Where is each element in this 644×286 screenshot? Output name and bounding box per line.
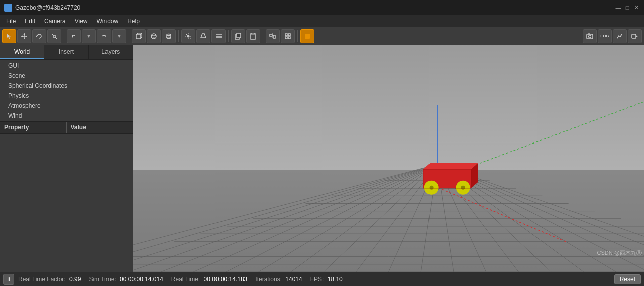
svg-rect-53: [588, 33, 590, 34]
toolbar-right: LOG: [583, 29, 642, 43]
menu-help[interactable]: Help: [123, 17, 144, 26]
tree-item-wind-label: Wind: [8, 112, 22, 119]
rotate-tool-btn[interactable]: [32, 29, 46, 43]
svg-rect-40: [237, 33, 241, 38]
svg-rect-51: [587, 34, 593, 39]
svg-marker-5: [26, 35, 27, 37]
redo-btn[interactable]: [97, 29, 111, 43]
svg-line-34: [186, 38, 187, 39]
menu-file[interactable]: File: [2, 17, 20, 26]
simtime-value: 00 00:00:14.014: [120, 276, 163, 283]
tree-item-scene[interactable]: Scene: [0, 71, 133, 81]
box-btn[interactable]: [132, 29, 146, 43]
svg-line-11: [55, 37, 57, 39]
sidebar-tabs: World Insert Layers: [0, 45, 133, 60]
svg-rect-49: [288, 37, 290, 39]
menu-window[interactable]: Window: [93, 17, 123, 26]
tree-item-physics-label: Physics: [8, 92, 29, 99]
realtime-container: Real Time: 00 00:00:14.183: [171, 276, 247, 283]
maximize-btn[interactable]: □: [624, 4, 631, 11]
sep6: [297, 30, 298, 42]
tree-item-wind[interactable]: Wind: [0, 111, 133, 121]
menu-view[interactable]: View: [71, 17, 92, 26]
titlebar-left: Gazebo@cf943b247720: [4, 4, 80, 12]
paste-btn[interactable]: [246, 29, 260, 43]
svg-rect-47: [288, 34, 290, 36]
tab-world[interactable]: World: [0, 45, 44, 59]
menu-edit[interactable]: Edit: [21, 17, 39, 26]
tab-layers[interactable]: Layers: [89, 45, 133, 59]
minimize-btn[interactable]: —: [615, 4, 622, 11]
scale-tool-btn[interactable]: [47, 29, 61, 43]
tree-item-scene-label: Scene: [8, 72, 25, 79]
pointlight-btn[interactable]: [181, 29, 195, 43]
svg-rect-54: [632, 34, 636, 38]
svg-marker-35: [201, 34, 206, 38]
fps-label: FPS:: [310, 276, 324, 283]
statusbar: ⏸ Real Time Factor: 0.99 Sim Time: 00 00…: [0, 272, 644, 286]
svg-line-31: [186, 34, 187, 35]
simtime-label: Sim Time:: [89, 276, 116, 283]
svg-point-21: [151, 35, 156, 37]
fps-value: 18.10: [328, 276, 343, 283]
sep3: [178, 30, 179, 42]
snap-btn[interactable]: [281, 29, 295, 43]
app-title: Gazebo@cf943b247720: [15, 4, 80, 11]
spotlight-btn[interactable]: [196, 29, 210, 43]
iter-value: 14014: [285, 276, 302, 283]
svg-rect-14: [136, 35, 140, 39]
realtime-value: 00 00:00:14.183: [204, 276, 248, 283]
sphere-btn[interactable]: [147, 29, 161, 43]
sidebar-properties: Property Value: [0, 121, 133, 272]
close-btn[interactable]: ✕: [633, 4, 640, 11]
copy-btn[interactable]: [231, 29, 245, 43]
record-btn[interactable]: [628, 29, 642, 43]
svg-rect-43: [270, 34, 272, 36]
cylinder-btn[interactable]: [162, 29, 176, 43]
sep2: [129, 30, 129, 42]
rtf-label: Real Time Factor:: [18, 276, 66, 283]
tree-item-atmosphere-label: Atmosphere: [8, 102, 41, 109]
app-icon: [4, 4, 12, 12]
svg-marker-3: [24, 38, 25, 39]
log-btn[interactable]: LOG: [598, 29, 612, 43]
props-col-value: Value: [67, 122, 133, 133]
menu-camera[interactable]: Camera: [40, 17, 70, 26]
rtf-value: 0.99: [69, 276, 81, 283]
tree-item-gui[interactable]: GUI: [0, 61, 133, 71]
toolbar: ▼ ▼: [0, 27, 644, 45]
undo-btn[interactable]: [67, 29, 81, 43]
select-tool-btn[interactable]: [2, 29, 16, 43]
reset-btn[interactable]: Reset: [614, 274, 641, 284]
pause-btn[interactable]: ⏸: [3, 274, 14, 285]
svg-rect-46: [285, 34, 287, 36]
svg-line-9: [55, 34, 57, 35]
undo-arrow-btn[interactable]: ▼: [82, 29, 96, 43]
screenshot-btn[interactable]: [583, 29, 597, 43]
svg-marker-4: [21, 35, 23, 37]
align-btn[interactable]: [266, 29, 280, 43]
props-col-property: Property: [0, 122, 67, 133]
tree-item-spherical-label: Spherical Coordinates: [8, 82, 67, 89]
svg-line-32: [190, 38, 191, 39]
translate-tool-btn[interactable]: [17, 29, 31, 43]
plot-btn[interactable]: [613, 29, 627, 43]
svg-point-26: [187, 35, 190, 37]
tree-item-physics[interactable]: Physics: [0, 91, 133, 101]
svg-point-22: [167, 34, 171, 35]
tab-insert[interactable]: Insert: [44, 45, 88, 59]
fps-container: FPS: 18.10: [310, 276, 343, 283]
tree-item-atmosphere[interactable]: Atmosphere: [0, 101, 133, 111]
orange-tool-btn[interactable]: [300, 29, 314, 43]
simtime-container: Sim Time: 00 00:00:14.014: [89, 276, 163, 283]
redo-arrow-btn[interactable]: ▼: [112, 29, 126, 43]
tree-item-spherical[interactable]: Spherical Coordinates: [0, 81, 133, 91]
sep5: [263, 30, 263, 42]
main-layout: World Insert Layers GUI Scene Spherical …: [0, 45, 644, 272]
viewport[interactable]: CSDN @西木九ⓐ: [133, 45, 644, 272]
sep4: [228, 30, 229, 42]
dirlight-btn[interactable]: [211, 29, 226, 43]
sep1: [64, 30, 64, 42]
titlebar-controls[interactable]: — □ ✕: [615, 4, 640, 11]
svg-rect-7: [53, 35, 55, 37]
